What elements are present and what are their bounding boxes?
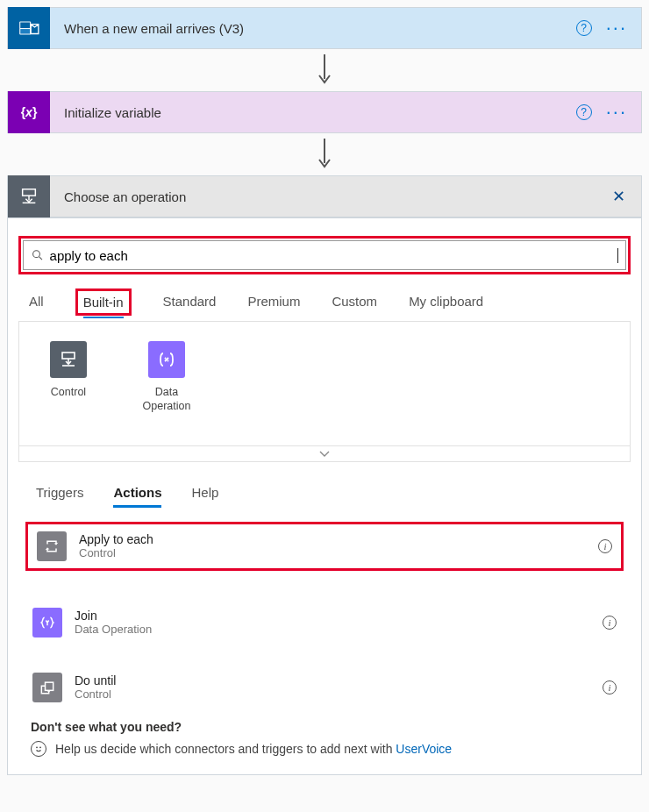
connector-grid: Control Data Operation — [18, 321, 631, 446]
tab-my-clipboard[interactable]: My clipboard — [409, 294, 483, 316]
action-apply-to-each[interactable]: Apply to eachControli — [30, 526, 619, 566]
operation-panel: AllBuilt-inStandardPremiumCustomMy clipb… — [7, 217, 642, 775]
subtab-actions[interactable]: Actions — [113, 485, 161, 508]
action-subtitle: Control — [79, 546, 153, 559]
help-icon[interactable]: ? — [576, 104, 592, 120]
action-subtitle: Control — [75, 687, 116, 701]
action-subtitle: Data Operation — [75, 623, 152, 636]
connector-data-operation[interactable]: Data Operation — [135, 341, 198, 414]
footer-tip: Don't see what you need? Help us decide … — [18, 708, 631, 760]
search-icon — [31, 248, 45, 262]
search-input-wrapper[interactable] — [23, 240, 626, 270]
flow-arrow-icon — [7, 49, 642, 91]
footer-tip-text: Help us decide which connectors and trig… — [55, 742, 452, 756]
info-icon[interactable]: i — [598, 539, 612, 553]
action-join[interactable]: JoinData Operationi — [25, 602, 624, 643]
tab-all[interactable]: All — [29, 294, 44, 316]
svg-rect-10 — [62, 353, 75, 359]
step-operation-header: Choose an operation ✕ — [7, 175, 642, 217]
svg-line-9 — [39, 257, 42, 260]
step-variable-title: Initialize variable — [50, 105, 576, 120]
operation-icon — [8, 175, 50, 217]
smiley-icon — [31, 741, 46, 757]
step-operation-title: Choose an operation — [50, 189, 612, 204]
action-do-until[interactable]: Do untilControli — [25, 667, 624, 708]
footer-tip-title: Don't see what you need? — [31, 720, 618, 734]
join-icon — [32, 608, 62, 637]
search-input[interactable] — [45, 248, 617, 263]
step-email-card[interactable]: When a new email arrives (V3) ? ··· — [7, 7, 642, 49]
tab-built-in[interactable]: Built-in — [83, 295, 124, 318]
svg-rect-2 — [20, 29, 30, 33]
connector-control[interactable]: Control — [37, 341, 100, 414]
tab-highlight: Built-in — [75, 288, 132, 316]
subtab-help[interactable]: Help — [191, 485, 218, 508]
action-highlight: Apply to eachControli — [25, 522, 624, 571]
outlook-icon — [8, 7, 50, 49]
action-title: Do until — [75, 673, 116, 687]
uservoice-link[interactable]: UserVoice — [396, 742, 452, 756]
svg-rect-1 — [20, 23, 30, 29]
control-icon — [50, 341, 87, 378]
expand-chevron-button[interactable] — [18, 446, 631, 462]
tab-custom[interactable]: Custom — [332, 294, 377, 316]
info-icon[interactable]: i — [603, 616, 617, 630]
sub-tabs: TriggersActionsHelp — [18, 462, 631, 516]
svg-point-15 — [39, 746, 41, 748]
close-icon[interactable]: ✕ — [612, 187, 641, 206]
category-tabs: AllBuilt-inStandardPremiumCustomMy clipb… — [18, 294, 631, 316]
tab-premium[interactable]: Premium — [247, 294, 300, 316]
step-email-title: When a new email arrives (V3) — [50, 21, 576, 36]
variable-icon: {x} — [8, 91, 50, 133]
action-title: Apply to each — [79, 532, 153, 546]
data-operation-icon — [148, 341, 185, 378]
action-text: Apply to eachControl — [79, 532, 153, 559]
action-title: Join — [75, 609, 152, 623]
subtab-triggers[interactable]: Triggers — [36, 485, 83, 508]
search-highlight — [18, 236, 631, 274]
connector-label: Control — [37, 385, 100, 399]
svg-rect-13 — [46, 682, 53, 690]
step-variable-card[interactable]: {x} Initialize variable ? ··· — [7, 91, 642, 133]
info-icon[interactable]: i — [603, 680, 617, 694]
connector-label: Data Operation — [135, 385, 198, 414]
tab-standard[interactable]: Standard — [163, 294, 217, 316]
apply-to-each-icon — [37, 531, 67, 561]
help-icon[interactable]: ? — [576, 20, 592, 36]
svg-point-14 — [36, 746, 38, 748]
action-list: Apply to eachControliJoinData Operationi… — [18, 516, 631, 708]
svg-point-8 — [33, 251, 40, 258]
svg-rect-5 — [23, 189, 36, 196]
flow-arrow-icon — [7, 133, 642, 175]
action-text: JoinData Operation — [75, 609, 152, 636]
action-text: Do untilControl — [75, 673, 116, 701]
do-until-icon — [32, 673, 62, 702]
